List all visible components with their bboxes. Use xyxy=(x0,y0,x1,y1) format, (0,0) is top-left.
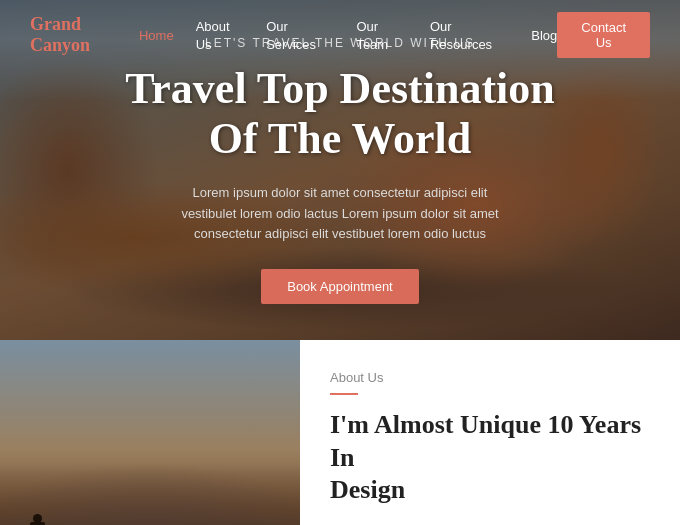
nav-item-home[interactable]: Home xyxy=(139,26,174,44)
nav-links: Home About Us Our Services Our Team Our … xyxy=(139,17,557,53)
hero-content: LET'S TRAVEL THE WORLD WITH US Travel To… xyxy=(65,36,614,305)
nav-link-home[interactable]: Home xyxy=(139,28,174,43)
about-label-underline xyxy=(330,393,358,395)
book-appointment-button[interactable]: Book Appointment xyxy=(261,269,419,304)
about-image xyxy=(0,340,300,525)
about-heading: I'm Almost Unique 10 Years In Design xyxy=(330,409,650,507)
hero-title-line2: Of The World xyxy=(209,114,471,163)
brand-logo[interactable]: Grand Canyon xyxy=(30,14,139,56)
nav-item-blog[interactable]: Blog xyxy=(531,26,557,44)
hero-description: Lorem ipsum dolor sit amet consectetur a… xyxy=(180,183,500,245)
nav-link-about[interactable]: About Us xyxy=(196,19,230,52)
person-silhouette xyxy=(30,522,45,526)
navbar: Grand Canyon Home About Us Our Services … xyxy=(0,0,680,70)
nav-item-about[interactable]: About Us xyxy=(196,17,245,53)
nav-item-resources[interactable]: Our Resources xyxy=(430,17,509,53)
nav-item-team[interactable]: Our Team xyxy=(356,17,408,53)
about-section: About Us I'm Almost Unique 10 Years In D… xyxy=(0,340,680,525)
nav-link-blog[interactable]: Blog xyxy=(531,28,557,43)
hero-title-line1: Travel Top Destination xyxy=(125,64,554,113)
about-heading-line1: I'm Almost Unique 10 Years In xyxy=(330,410,641,472)
about-content: About Us I'm Almost Unique 10 Years In D… xyxy=(300,340,680,525)
nav-link-resources[interactable]: Our Resources xyxy=(430,19,492,52)
nav-item-services[interactable]: Our Services xyxy=(266,17,334,53)
nav-link-team[interactable]: Our Team xyxy=(356,19,388,52)
hero-title: Travel Top Destination Of The World xyxy=(125,64,554,165)
contact-us-button[interactable]: Contact Us xyxy=(557,12,650,58)
about-label: About Us xyxy=(330,370,650,385)
nav-link-services[interactable]: Our Services xyxy=(266,19,316,52)
about-heading-line2: Design xyxy=(330,475,405,504)
